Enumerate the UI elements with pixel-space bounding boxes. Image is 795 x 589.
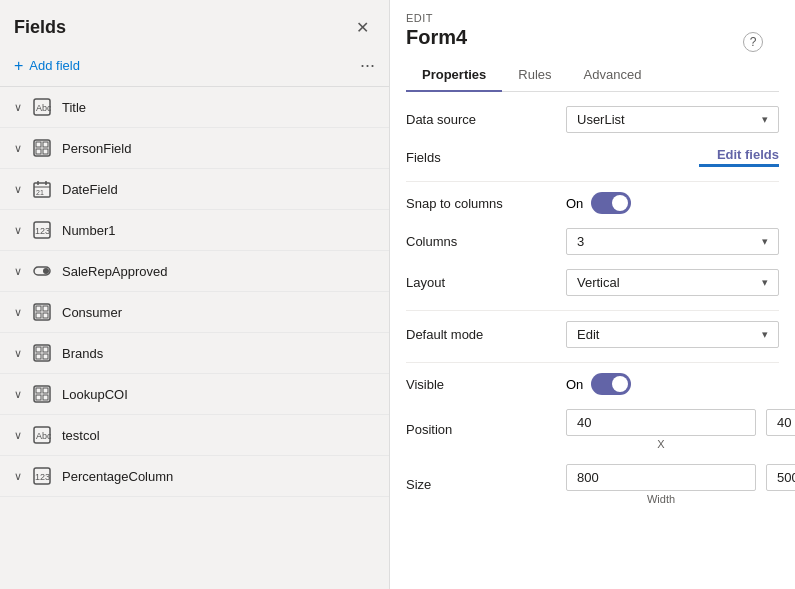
size-height-input[interactable] [766, 464, 795, 491]
field-name-label: Number1 [62, 223, 115, 238]
visible-control: On [566, 373, 779, 395]
svg-rect-6 [43, 149, 48, 154]
snap-to-columns-label: Snap to columns [406, 196, 566, 211]
field-name-label: Title [62, 100, 86, 115]
field-chevron-icon: ∨ [14, 306, 22, 319]
size-width-input[interactable] [566, 464, 756, 491]
list-item[interactable]: ∨ Abc testcol [0, 415, 389, 456]
columns-label: Columns [406, 234, 566, 249]
snap-on-label: On [566, 196, 583, 211]
size-row: Size Width Height [406, 464, 779, 505]
data-source-dropdown[interactable]: UserList ▾ [566, 106, 779, 133]
default-mode-dropdown[interactable]: Edit ▾ [566, 321, 779, 348]
size-control: Width Height [566, 464, 795, 505]
default-mode-row: Default mode Edit ▾ [406, 321, 779, 348]
field-name-label: Brands [62, 346, 103, 361]
list-item[interactable]: ∨ 123 Number1 [0, 210, 389, 251]
field-chevron-icon: ∨ [14, 142, 22, 155]
layout-row: Layout Vertical ▾ [406, 269, 779, 296]
svg-text:123: 123 [35, 472, 50, 482]
position-y-input[interactable] [766, 409, 795, 436]
tabs: PropertiesRulesAdvanced [406, 59, 779, 92]
field-chevron-icon: ∨ [14, 347, 22, 360]
fields-label: Fields [406, 150, 566, 165]
default-mode-control: Edit ▾ [566, 321, 779, 348]
field-name-label: Consumer [62, 305, 122, 320]
separator-1 [406, 181, 779, 182]
field-chevron-icon: ∨ [14, 265, 22, 278]
field-type-icon: 123 [32, 466, 52, 486]
field-chevron-icon: ∨ [14, 101, 22, 114]
position-control: X Y [566, 409, 795, 450]
list-item[interactable]: ∨ 123 PercentageColumn [0, 456, 389, 497]
position-x-group: X [566, 409, 756, 450]
edit-fields-control: Edit fields [566, 147, 779, 167]
svg-rect-18 [43, 306, 48, 311]
fields-header: Fields ✕ [0, 0, 389, 49]
tab-properties[interactable]: Properties [406, 59, 502, 92]
fields-title: Fields [14, 17, 66, 38]
svg-rect-20 [43, 313, 48, 318]
list-item[interactable]: ∨ Brands [0, 333, 389, 374]
size-height-group: Height [766, 464, 795, 505]
list-item[interactable]: ∨ Abc Title [0, 87, 389, 128]
field-type-icon [32, 138, 52, 158]
svg-point-15 [43, 268, 49, 274]
snap-toggle[interactable] [591, 192, 631, 214]
data-source-control: UserList ▾ [566, 106, 779, 133]
tab-rules[interactable]: Rules [502, 59, 567, 92]
svg-rect-30 [43, 395, 48, 400]
plus-icon: + [14, 57, 23, 75]
position-x-input[interactable] [566, 409, 756, 436]
field-type-icon [32, 384, 52, 404]
field-type-icon [32, 261, 52, 281]
position-inputs: X Y [566, 409, 795, 450]
list-item[interactable]: ∨ PersonField [0, 128, 389, 169]
position-y-label: Y [766, 438, 795, 450]
svg-text:21: 21 [36, 189, 44, 196]
help-icon[interactable]: ? [743, 32, 763, 52]
add-field-button[interactable]: + Add field [14, 57, 80, 75]
field-chevron-icon: ∨ [14, 470, 22, 483]
add-field-label: Add field [29, 58, 80, 73]
edit-fields-link[interactable]: Edit fields [566, 147, 779, 162]
data-source-value: UserList [577, 112, 625, 127]
svg-rect-29 [36, 395, 41, 400]
columns-dropdown[interactable]: 3 ▾ [566, 228, 779, 255]
svg-rect-28 [43, 388, 48, 393]
svg-rect-23 [43, 347, 48, 352]
edit-fields-underline [699, 164, 779, 167]
svg-rect-4 [43, 142, 48, 147]
size-width-label: Width [566, 493, 756, 505]
list-item[interactable]: ∨ Consumer [0, 292, 389, 333]
more-options-icon[interactable]: ··· [360, 55, 375, 76]
default-mode-label: Default mode [406, 327, 566, 342]
right-header-top: EDIT Form4 ? [406, 12, 779, 49]
data-source-chevron-icon: ▾ [762, 113, 768, 126]
tab-advanced[interactable]: Advanced [568, 59, 658, 92]
size-inputs: Width Height [566, 464, 795, 505]
right-panel: EDIT Form4 ? PropertiesRulesAdvanced Dat… [390, 0, 795, 589]
field-name-label: DateField [62, 182, 118, 197]
svg-text:Abc: Abc [36, 431, 51, 441]
field-type-icon: 21 [32, 179, 52, 199]
list-item[interactable]: ∨ 21 DateField [0, 169, 389, 210]
svg-rect-22 [36, 347, 41, 352]
field-name-label: PersonField [62, 141, 131, 156]
visible-toggle[interactable] [591, 373, 631, 395]
left-panel: Fields ✕ + Add field ··· ∨ Abc Title ∨ P… [0, 0, 390, 589]
field-chevron-icon: ∨ [14, 429, 22, 442]
svg-rect-19 [36, 313, 41, 318]
list-item[interactable]: ∨ LookupCOI [0, 374, 389, 415]
separator-2 [406, 310, 779, 311]
default-mode-value: Edit [577, 327, 599, 342]
close-button[interactable]: ✕ [350, 16, 375, 39]
field-chevron-icon: ∨ [14, 183, 22, 196]
position-x-label: X [566, 438, 756, 450]
layout-dropdown[interactable]: Vertical ▾ [566, 269, 779, 296]
list-item[interactable]: ∨ SaleRepApproved [0, 251, 389, 292]
size-height-label: Height [766, 493, 795, 505]
snap-toggle-row: On [566, 192, 779, 214]
snap-to-columns-row: Snap to columns On [406, 192, 779, 214]
columns-chevron-icon: ▾ [762, 235, 768, 248]
